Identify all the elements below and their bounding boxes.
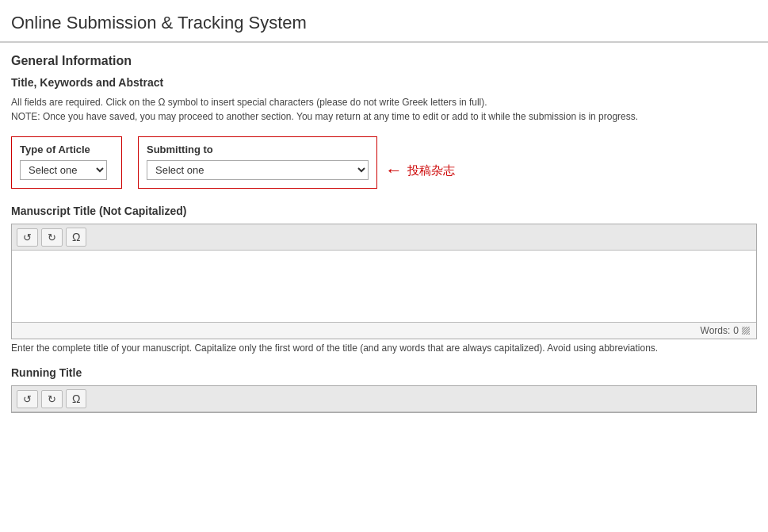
manuscript-title-section: Manuscript Title (Not Capitalized) ↺ ↻ Ω… xyxy=(11,205,757,354)
arrow-icon: ← xyxy=(385,160,403,181)
manuscript-editor-container: ↺ ↻ Ω Words: 0 xyxy=(11,224,757,339)
page-title: Online Submission & Tracking System xyxy=(11,13,757,33)
manuscript-omega-button[interactable]: Ω xyxy=(66,228,86,247)
words-label: Words: xyxy=(701,325,731,336)
top-fields-row: Type of Article Select one Original Arti… xyxy=(11,136,757,189)
resize-handle[interactable] xyxy=(742,327,750,335)
words-count: 0 xyxy=(733,325,739,336)
page-header: Online Submission & Tracking System xyxy=(0,0,768,43)
manuscript-editor-footer: Words: 0 xyxy=(12,322,756,339)
submitting-to-box: Submitting to Select one xyxy=(138,136,377,189)
manuscript-undo-button[interactable]: ↺ xyxy=(17,228,38,247)
submitting-to-label: Submitting to xyxy=(147,144,369,155)
description-line2: NOTE: Once you have saved, you may proce… xyxy=(11,111,638,122)
running-title-label: Running Title xyxy=(11,366,757,379)
submitting-to-select[interactable]: Select one xyxy=(147,160,369,180)
annotation-text: 投稿杂志 xyxy=(407,163,455,178)
type-of-article-select[interactable]: Select one Original Article Review Artic… xyxy=(20,160,107,180)
manuscript-editor-body[interactable] xyxy=(12,251,756,322)
description-text: All fields are required. Click on the Ω … xyxy=(11,95,757,124)
running-title-redo-button[interactable]: ↻ xyxy=(41,390,63,408)
manuscript-redo-button[interactable]: ↻ xyxy=(41,228,63,247)
manuscript-toolbar: ↺ ↻ Ω xyxy=(12,224,756,251)
subsection-title: Title, Keywords and Abstract xyxy=(11,76,757,89)
running-title-editor-container: ↺ ↻ Ω xyxy=(11,385,757,413)
running-title-toolbar: ↺ ↻ Ω xyxy=(12,386,756,412)
running-title-section: Running Title ↺ ↻ Ω xyxy=(11,366,757,413)
manuscript-hint: Enter the complete title of your manuscr… xyxy=(11,343,757,354)
running-title-omega-button[interactable]: Ω xyxy=(66,389,86,408)
description-line1: All fields are required. Click on the Ω … xyxy=(11,97,487,108)
type-of-article-box: Type of Article Select one Original Arti… xyxy=(11,136,122,189)
running-title-undo-button[interactable]: ↺ xyxy=(17,390,38,408)
main-content: General Information Title, Keywords and … xyxy=(0,43,768,437)
manuscript-title-label: Manuscript Title (Not Capitalized) xyxy=(11,205,757,217)
section-title: General Information xyxy=(11,54,757,68)
annotation-group: ← 投稿杂志 xyxy=(385,160,455,181)
type-of-article-label: Type of Article xyxy=(20,144,113,155)
